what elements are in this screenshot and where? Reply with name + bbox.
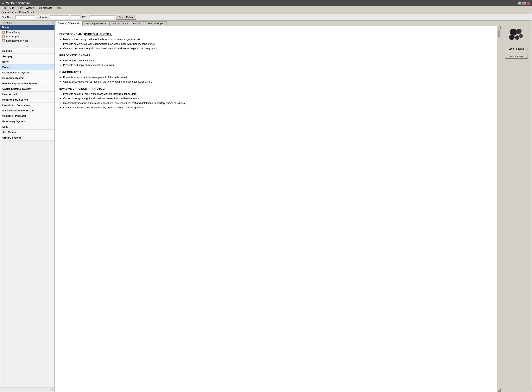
mrn-input[interactable] — [89, 15, 115, 19]
section-invasive-carcinoma-title: INVASIVE CARCINOMA: (PHOTO 3) — [59, 87, 493, 91]
breadcrumb-suffix: c' — [529, 11, 530, 14]
sidebar-section-title: Breast — [0, 25, 54, 30]
photo2-link[interactable]: (PHOTO 2) — [99, 33, 113, 36]
category-pulmonary[interactable]: Pulmonary System — [0, 119, 54, 124]
category-cardiovascular[interactable]: Cardiovascular System — [0, 70, 54, 75]
document-content[interactable]: FIBROADENOMA: (PHOTO 1) (PHOTO 2) Most c… — [55, 26, 498, 392]
main-window: ●● MedPath Solutions ─ □ × File Edit Vie… — [0, 0, 532, 392]
list-item: Presents as an ovoid, well-circumscribed… — [63, 42, 493, 46]
sidebar-expand-icon[interactable]: » — [52, 388, 54, 391]
scroll-up-button[interactable]: ▲ — [498, 26, 501, 29]
list-item: Most common benign lesion of the breast … — [63, 37, 493, 41]
template-icon: 📄 — [2, 39, 5, 42]
template-scroll-down[interactable]: ⌄ — [1, 43, 54, 48]
close-button[interactable]: × — [527, 2, 530, 5]
scroll-track[interactable] — [498, 29, 501, 388]
logo-dots: ●● — [2, 2, 4, 4]
menu-file[interactable]: File — [1, 6, 8, 10]
template-item-core-biopsy[interactable]: 📄 Core Biopsy — [1, 34, 54, 39]
category-lymphoid[interactable]: Lymphoid - Bone Marrow — [0, 103, 54, 108]
doc-area: FIBROADENOMA: (PHOTO 1) (PHOTO 2) Most c… — [55, 26, 532, 392]
section-gynecomastia-title: GYNECOMASTIA: — [59, 70, 493, 74]
template-item-punch-biopsy[interactable]: 📄 Punch Biopsy — [1, 30, 54, 34]
sidebar-header-suffix: c' — [52, 21, 53, 24]
tab-grossing-differential[interactable]: Grossing Differential / — [55, 21, 83, 26]
tab-grossing-guidelines[interactable]: Grossing Guidelines — [83, 21, 109, 26]
list-item: Presents as a subareolar enlargement of … — [63, 75, 493, 79]
section-fibrocystic-title: FIBROCYSTIC CHANGE: — [59, 53, 493, 58]
photo1-link[interactable]: (PHOTO 1) — [84, 33, 98, 36]
first-name-label: First Name: — [2, 16, 14, 19]
menu-edit[interactable]: Edit — [8, 6, 15, 10]
category-head-neck[interactable]: Head & Neck — [0, 92, 54, 97]
scroll-thumb[interactable] — [498, 29, 500, 37]
tab-dictation[interactable]: Dictation — [131, 21, 145, 26]
menu-window[interactable]: Window — [24, 6, 36, 10]
category-soft-tissue[interactable]: Soft Tissue — [0, 130, 54, 135]
template-name: Core Biopsy — [6, 35, 19, 38]
main-area: Templates c' Breast 📄 Punch Biopsy 📄 Cor… — [0, 21, 532, 392]
photo3-link[interactable]: (PHOTO 3) — [92, 87, 106, 90]
maximize-button[interactable]: □ — [522, 2, 526, 5]
save-template-button[interactable]: Save Template — [505, 46, 528, 51]
category-bone[interactable]: Bone — [0, 59, 54, 65]
category-pediatric[interactable]: Pediatric - Perinatal — [0, 113, 54, 119]
minimize-button[interactable]: ─ — [518, 2, 522, 5]
svg-point-0 — [510, 29, 517, 36]
category-hepatobiliary[interactable]: Hepatobiliary System — [0, 97, 54, 103]
template-name: Sentinel Lymph Node — [6, 40, 28, 42]
menu-administration[interactable]: Administration — [36, 6, 54, 10]
svg-point-3 — [515, 35, 519, 40]
template-list: 📄 Punch Biopsy 📄 Core Biopsy 📄 Sentinel … — [0, 30, 54, 48]
category-gastrointestinal[interactable]: Gastrointestinal System — [0, 86, 54, 92]
template-name: Punch Biopsy — [6, 31, 20, 34]
last-name-label: Last Name: — [37, 16, 48, 19]
category-list: Existing Autopsy Bone Breast Cardiovascu… — [0, 48, 54, 387]
list-item: Lobular and ductal carcinomas usually de… — [63, 106, 493, 109]
menu-view[interactable]: View — [16, 6, 24, 10]
scroll-down-button[interactable]: ▼ — [498, 388, 501, 392]
template-item-sentinel-lymph-node[interactable]: 📄 Sentinel Lymph Node — [1, 39, 54, 43]
first-name-input[interactable] — [15, 15, 35, 19]
logo-graphic — [508, 28, 525, 42]
category-breast[interactable]: Breast — [0, 65, 54, 70]
window-controls: ─ □ × — [518, 2, 530, 5]
list-item: Can be associated with cirrhosis of the … — [63, 80, 493, 84]
last-name-input-2[interactable] — [71, 15, 80, 19]
menu-bar: File Edit View Window Administration Hel… — [0, 6, 532, 10]
svg-point-1 — [516, 29, 522, 34]
app-title: MedPath Solutions — [6, 2, 30, 5]
tab-synoptic-report[interactable]: Synoptic Report — [145, 21, 167, 26]
title-bar-left: ●● MedPath Solutions — [2, 2, 30, 5]
template-icon: 📄 — [2, 35, 5, 38]
patient-search-bar: First Name: Last Name: MRN: Select Patie… — [0, 14, 532, 21]
list-item: Can also become poorly circumscribed, ne… — [63, 47, 493, 50]
sidebar: Templates c' Breast 📄 Punch Biopsy 📄 Cor… — [0, 21, 55, 392]
category-female-reproductive[interactable]: Female Reproductive System — [0, 81, 54, 86]
fibrocystic-list: Usually form unilocular cysts. Presents … — [63, 59, 493, 67]
select-patient-button[interactable]: Select Patient — [116, 15, 136, 19]
invasive-carcinoma-list: Presents as a firm, gray-white mass with… — [63, 92, 493, 109]
last-name-input[interactable] — [50, 15, 69, 19]
category-endocrine[interactable]: Endocrine System — [0, 75, 54, 81]
category-urinary[interactable]: Urinary System — [0, 135, 54, 140]
list-item: Occasionally invasive tumors can appear … — [63, 101, 493, 105]
section-fibroadenoma-title: FIBROADENOMA: (PHOTO 1) (PHOTO 2) — [59, 32, 493, 36]
title-bar: ●● MedPath Solutions ─ □ × — [0, 0, 532, 6]
right-panel: Save Template Print Template — [501, 26, 532, 392]
sidebar-templates-label: Templates — [2, 21, 12, 24]
category-existing[interactable]: Existing — [0, 48, 54, 54]
mrn-label: MRN: — [82, 16, 88, 19]
tabs-bar: Grossing Differential / Grossing Guideli… — [55, 21, 532, 26]
breadcrumb: Current Patient / Patient Search — [2, 11, 34, 14]
category-autopsy[interactable]: Autopsy — [0, 54, 54, 59]
svg-point-4 — [519, 34, 523, 38]
svg-point-2 — [509, 34, 514, 40]
category-skin[interactable]: Skin — [0, 124, 54, 130]
doc-scrollbar: ▲ ▼ — [498, 26, 501, 392]
tab-grossing-video[interactable]: Grossing Video — [109, 21, 130, 26]
menu-help[interactable]: Help — [54, 6, 62, 10]
list-item: Presents as a firm, gray-white mass with… — [63, 92, 493, 96]
category-male-reproductive[interactable]: Male Reproductive System — [0, 108, 54, 113]
print-template-button[interactable]: Print Template — [505, 54, 528, 59]
